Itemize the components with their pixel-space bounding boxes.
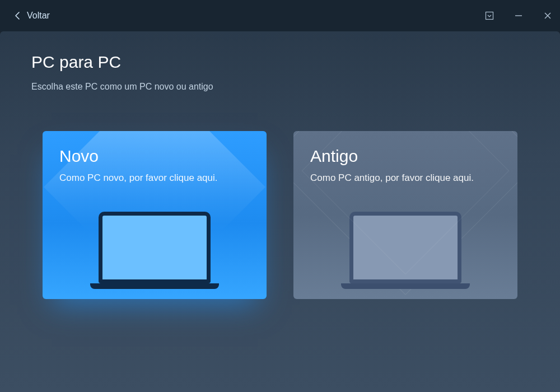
back-button[interactable]: Voltar — [13, 11, 50, 21]
page-title: PC para PC — [31, 53, 529, 72]
dropdown-button[interactable] — [483, 9, 496, 22]
card-row: Novo Como PC novo, por favor clique aqui… — [31, 131, 529, 299]
window-controls — [483, 9, 554, 22]
card-new-desc: Como PC novo, por favor clique aqui. — [59, 172, 250, 184]
svg-rect-0 — [486, 12, 493, 20]
main-panel: PC para PC Escolha este PC como um PC no… — [0, 31, 560, 392]
card-old-title: Antigo — [310, 147, 501, 166]
page-subtitle: Escolha este PC como um PC novo ou antig… — [31, 82, 529, 92]
titlebar: Voltar — [0, 0, 560, 31]
card-old-pc[interactable]: Antigo Como PC antigo, por favor clique … — [293, 131, 517, 299]
card-old-desc: Como PC antigo, por favor clique aqui. — [310, 172, 501, 184]
card-new-title: Novo — [59, 147, 250, 166]
minimize-button[interactable] — [512, 9, 525, 22]
laptop-icon — [90, 212, 219, 289]
laptop-icon — [341, 212, 470, 289]
card-new-pc[interactable]: Novo Como PC novo, por favor clique aqui… — [43, 131, 267, 299]
back-label: Voltar — [27, 11, 50, 21]
close-button[interactable] — [541, 9, 554, 22]
back-arrow-icon — [13, 11, 22, 20]
